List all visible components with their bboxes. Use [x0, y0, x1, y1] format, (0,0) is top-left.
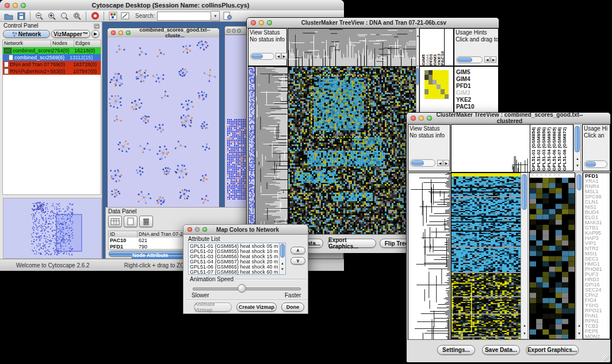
minimize-button[interactable] — [195, 227, 200, 232]
zoom-matrix-cell[interactable] — [424, 94, 429, 99]
zoom-fit-button[interactable] — [71, 11, 83, 21]
usage-hints-hscrollbar[interactable] — [456, 56, 483, 63]
zoom-row-label[interactable]: YKE2 — [456, 97, 498, 104]
view-status-hscrollbar[interactable] — [410, 159, 435, 167]
tv1-row-dendrogram[interactable] — [255, 66, 288, 235]
zoom-matrix-cell[interactable] — [445, 94, 449, 99]
zoom-row-label[interactable]: GIM5 — [456, 69, 498, 76]
view-status-hscrollbar[interactable] — [250, 53, 274, 60]
tv2-zoom-vscrollbar[interactable]: ▲ ▼ — [576, 173, 583, 339]
tv1-column-dendrogram[interactable] — [288, 28, 417, 67]
zoom-out-button[interactable] — [33, 11, 45, 21]
zoom-selected-button[interactable] — [59, 11, 70, 21]
zoom-col-label[interactable]: PAC10 — [440, 29, 444, 66]
float-panel-icon[interactable] — [94, 21, 100, 31]
zoom-matrix-cell[interactable] — [433, 85, 437, 89]
minimize-button[interactable] — [118, 30, 123, 35]
zoom-matrix-cell[interactable] — [445, 70, 449, 75]
scroll-left-button[interactable]: ◀ — [484, 56, 490, 63]
zoom-matrix-cell[interactable] — [429, 80, 433, 85]
tab-overflow[interactable]: ▶ — [91, 30, 100, 38]
array-col-label[interactable]: GPL51-07 (GSM868) — [557, 125, 562, 171]
save-data-button[interactable]: Save Data... — [482, 345, 520, 355]
zoom-matrix-cell[interactable] — [441, 89, 445, 94]
close-button[interactable] — [188, 227, 192, 232]
table-cell[interactable]: PFD1 — [109, 244, 139, 250]
dialog-titlebar[interactable]: Map Colors to Network — [183, 225, 308, 235]
move-down-button[interactable]: ∨ — [290, 257, 305, 265]
export-graphics-button[interactable]: Export Graphics... — [526, 345, 579, 355]
animation-slider-track[interactable] — [193, 288, 301, 290]
zoom-matrix-cell[interactable] — [445, 80, 449, 85]
annotation-button[interactable] — [120, 11, 131, 21]
tab-network[interactable]: Network — [3, 30, 50, 38]
scroll-right-button[interactable]: ▶ — [491, 56, 496, 63]
zoom-button[interactable] — [237, 29, 241, 33]
tv2-col-labels-vscrollbar[interactable]: ▲ ▼ — [573, 124, 581, 171]
close-button[interactable] — [111, 30, 116, 35]
animation-slider-thumb[interactable] — [238, 284, 246, 293]
close-button[interactable] — [251, 20, 256, 25]
zoom-matrix-cell[interactable] — [437, 94, 441, 99]
cytoscape-titlebar[interactable]: Cytoscape Desktop (Session Name: collins… — [0, 0, 344, 11]
close-button[interactable] — [5, 3, 10, 8]
zoom-matrix-cell[interactable] — [424, 75, 429, 79]
zoom-col-label[interactable]: PFD1 — [429, 29, 433, 66]
zoom-matrix-cell[interactable] — [437, 85, 441, 89]
zoom-row-label[interactable]: GIM3 — [456, 90, 498, 97]
zoom-in-button[interactable] — [46, 11, 58, 21]
zoom-col-label[interactable]: GIM5 — [421, 29, 425, 66]
tv1-global-heatmap[interactable] — [288, 66, 417, 235]
tv2-global-heatmap[interactable] — [451, 173, 521, 340]
resize-grip[interactable] — [602, 355, 609, 362]
zoom-matrix-cell[interactable] — [433, 70, 437, 75]
settings-button[interactable]: Settings... — [437, 345, 475, 355]
array-col-label[interactable]: GPL51-03 (GSM856) — [541, 125, 546, 171]
search-dropdown-button[interactable]: ▼ — [211, 11, 220, 21]
attribute-table-button[interactable] — [108, 216, 122, 227]
zoom-row-label[interactable]: GIM4 — [456, 76, 498, 83]
zoom-matrix-cell[interactable] — [424, 89, 429, 94]
array-col-label[interactable]: GPL51-04 (GSM857) — [546, 125, 552, 171]
zoom-matrix-cell[interactable] — [441, 70, 445, 75]
delete-attribute-button[interactable] — [139, 216, 153, 227]
scroll-left-button[interactable]: ◀ — [276, 53, 281, 59]
move-up-button[interactable]: ∧ — [290, 247, 305, 254]
vizmapper-button[interactable] — [107, 11, 118, 21]
zoom-button[interactable] — [21, 3, 26, 8]
attribute-list-vscrollbar[interactable]: ▲ ▼ — [279, 243, 285, 274]
zoom-matrix-cell[interactable] — [424, 80, 429, 85]
network-view-canvas[interactable] — [108, 37, 219, 212]
minimize-button[interactable] — [232, 29, 236, 33]
new-attribute-button[interactable] — [124, 216, 137, 227]
table-row-selected[interactable]: combined_sco 2569(6) 13112(15) — [3, 54, 101, 61]
array-col-label[interactable]: GPL51-01 (GSM854) — [531, 125, 536, 171]
gene-row-label[interactable]: MON2 — [585, 334, 610, 339]
birdseye-view[interactable] — [3, 198, 102, 259]
network-view-titlebar[interactable]: combined_scores_good.txt--cluste... — [108, 28, 219, 38]
zoom-matrix-cell[interactable] — [433, 94, 437, 99]
zoom-col-label[interactable]: GIM3 — [433, 29, 437, 66]
zoom-matrix-cell[interactable] — [429, 94, 433, 99]
zoom-matrix-cell[interactable] — [445, 75, 449, 79]
zoom-matrix-cell[interactable] — [441, 94, 445, 99]
zoom-matrix-cell[interactable] — [437, 80, 441, 85]
zoom-matrix-cell[interactable] — [429, 75, 433, 79]
network-grid-canvas[interactable] — [227, 118, 248, 200]
scroll-right-button[interactable]: ▶ — [443, 160, 449, 166]
tv2-column-dendrogram[interactable] — [451, 124, 530, 173]
zoom-matrix-cell[interactable] — [433, 75, 437, 79]
zoom-button[interactable] — [267, 20, 272, 25]
animate-vizmap-button[interactable]: Animate Vizmap — [194, 302, 232, 312]
network-grid-titlebar[interactable] — [225, 26, 249, 35]
open-session-button[interactable] — [3, 11, 14, 21]
zoom-matrix-cell[interactable] — [424, 70, 429, 75]
treeview1-titlebar[interactable]: ClusterMaker TreeView : DNA and Tran 07-… — [247, 18, 499, 28]
tv2-zoom-heatmap[interactable] — [530, 178, 575, 339]
zoom-matrix-cell[interactable] — [437, 75, 441, 79]
scroll-left-button[interactable]: ◀ — [437, 160, 443, 166]
zoom-matrix-cell[interactable] — [441, 85, 445, 89]
search-config-button[interactable] — [222, 11, 234, 21]
table-row[interactable]: RNAPuberNov2+ 563(0) 107847(0) — [3, 68, 101, 75]
zoom-matrix-cell[interactable] — [445, 85, 449, 89]
